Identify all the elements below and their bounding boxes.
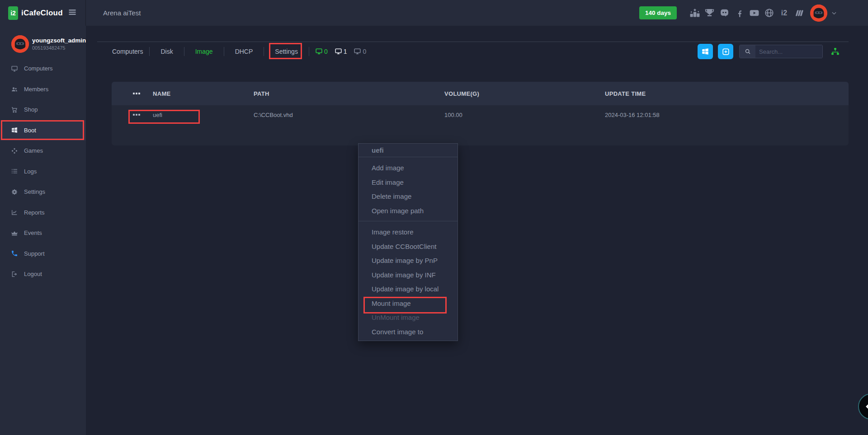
youtube-icon[interactable] bbox=[747, 7, 762, 19]
menu-update-image-local[interactable]: Update image by local bbox=[359, 282, 458, 296]
col-update-time: UPDATE TIME bbox=[605, 90, 849, 97]
counter-offline[interactable]: 0 bbox=[354, 47, 366, 55]
sidebar-item-members[interactable]: Members bbox=[0, 79, 86, 100]
tab-disk[interactable]: Disk bbox=[150, 48, 184, 55]
page-title: Arena aiTest bbox=[103, 9, 141, 17]
main-content: Computers Disk Image DHCP Settings 0 1 bbox=[86, 26, 868, 435]
sidebar-item-logout[interactable]: Logout bbox=[0, 264, 86, 285]
menu-convert-image-to[interactable]: Convert image to bbox=[359, 325, 458, 339]
menu-add-image[interactable]: Add image bbox=[359, 161, 458, 175]
row-volume: 100.00 bbox=[444, 112, 605, 118]
license-days-badge[interactable]: 140 days bbox=[639, 6, 677, 19]
sidebar-user: youngzsoft_admin 005193482475 bbox=[11, 35, 86, 53]
monitor-icon bbox=[11, 65, 18, 72]
menu-update-ccbootclient[interactable]: Update CCBootClient bbox=[359, 239, 458, 254]
menu-unmount-image[interactable]: UnMount image bbox=[359, 310, 458, 325]
crown-icon bbox=[11, 229, 18, 237]
chart-icon bbox=[11, 209, 18, 216]
sidebar-item-games[interactable]: Games bbox=[0, 140, 86, 161]
menu-open-image-path[interactable]: Open image path bbox=[359, 204, 458, 218]
pc-status-counters: 0 1 0 bbox=[315, 47, 366, 55]
menu-update-image-pnp[interactable]: Update image by PnP bbox=[359, 253, 458, 268]
menu-edit-image[interactable]: Edit image bbox=[359, 175, 458, 190]
table-row[interactable]: uefi C:\CCBoot.vhd 100.00 2024-03-16 12:… bbox=[112, 105, 849, 124]
icafecloud-site-icon[interactable]: i2 bbox=[777, 9, 792, 17]
tab-dhcp[interactable]: DHCP bbox=[224, 48, 264, 55]
sidebar-item-events[interactable]: Events bbox=[0, 223, 86, 243]
menu-image-restore[interactable]: Image restore bbox=[359, 225, 458, 239]
toolbar bbox=[698, 44, 840, 59]
network-topology-icon[interactable] bbox=[830, 47, 840, 56]
logout-icon bbox=[11, 271, 18, 278]
user-id: 005193482475 bbox=[32, 45, 86, 51]
trophy-icon[interactable] bbox=[702, 8, 717, 18]
sidebar-item-reports[interactable]: Reports bbox=[0, 202, 86, 223]
col-name: NAME bbox=[153, 90, 254, 97]
tab-image[interactable]: Image bbox=[184, 48, 224, 55]
menu-update-image-inf[interactable]: Update image by INF bbox=[359, 268, 458, 282]
topbar: i2 iCafeCloud Arena aiTest 140 days bbox=[0, 0, 868, 26]
counter-online[interactable]: 0 bbox=[315, 47, 328, 55]
user-avatar[interactable] bbox=[810, 5, 827, 22]
facebook-icon[interactable] bbox=[732, 8, 747, 18]
row-update-time: 2024-03-16 12:01:58 bbox=[605, 112, 849, 118]
sidebar-item-computers[interactable]: Computers bbox=[0, 58, 86, 79]
brand-name: iCafeCloud bbox=[21, 9, 63, 18]
list-icon bbox=[11, 168, 18, 175]
row-menu-icon[interactable] bbox=[133, 114, 140, 116]
sidebar-avatar bbox=[11, 35, 29, 53]
table-header: NAME PATH VOLUME(G) UPDATE TIME bbox=[112, 82, 849, 105]
globe-icon[interactable] bbox=[762, 8, 777, 18]
sidebar-nav: Computers Members Shop Boot bbox=[0, 58, 86, 285]
menu-delete-image[interactable]: Delete image bbox=[359, 189, 458, 204]
hamburger-menu-icon[interactable] bbox=[68, 8, 77, 17]
ranking-icon[interactable] bbox=[687, 8, 702, 19]
phone-icon bbox=[11, 250, 18, 257]
col-volume: VOLUME(G) bbox=[444, 90, 605, 97]
boot-windows-button[interactable] bbox=[698, 44, 713, 59]
column-menu-icon[interactable] bbox=[133, 93, 140, 94]
search-icon bbox=[740, 45, 755, 58]
users-icon bbox=[11, 85, 18, 93]
gear-icon bbox=[11, 188, 18, 196]
add-image-button[interactable] bbox=[718, 44, 733, 59]
sidebar-item-boot[interactable]: Boot bbox=[0, 120, 86, 141]
cart-icon bbox=[11, 106, 18, 113]
tab-computers[interactable]: Computers bbox=[97, 48, 149, 55]
sidebar: youngzsoft_admin 005193482475 Computers … bbox=[0, 26, 86, 435]
menu-mount-image[interactable]: Mount image bbox=[359, 296, 458, 311]
sidebar-item-logs[interactable]: Logs bbox=[0, 161, 86, 182]
brand: i2 iCafeCloud bbox=[0, 0, 86, 26]
row-path: C:\CCBoot.vhd bbox=[254, 112, 444, 118]
search-input[interactable] bbox=[755, 45, 823, 58]
icafecloud-logo-icon: i2 bbox=[8, 6, 18, 20]
image-table: NAME PATH VOLUME(G) UPDATE TIME uefi C:\… bbox=[112, 82, 849, 145]
tab-settings[interactable]: Settings bbox=[264, 48, 309, 55]
image-context-menu: uefi Add image Edit image Delete image O… bbox=[358, 143, 458, 341]
user-name: youngzsoft_admin bbox=[32, 37, 86, 44]
stack-icon[interactable] bbox=[792, 8, 807, 19]
discord-icon[interactable] bbox=[717, 7, 732, 19]
topbar-right: 140 days bbox=[639, 0, 868, 26]
context-menu-title: uefi bbox=[359, 144, 458, 157]
gamepad-icon bbox=[11, 147, 18, 154]
windows-icon bbox=[11, 126, 18, 134]
sidebar-item-shop[interactable]: Shop bbox=[0, 99, 86, 120]
counter-busy[interactable]: 1 bbox=[335, 47, 347, 55]
row-name: uefi bbox=[153, 112, 254, 118]
search-box bbox=[739, 45, 823, 58]
col-path: PATH bbox=[254, 90, 444, 97]
chevron-down-icon[interactable] bbox=[827, 10, 841, 16]
sidebar-item-support[interactable]: Support bbox=[0, 243, 86, 264]
sidebar-item-settings[interactable]: Settings bbox=[0, 182, 86, 202]
